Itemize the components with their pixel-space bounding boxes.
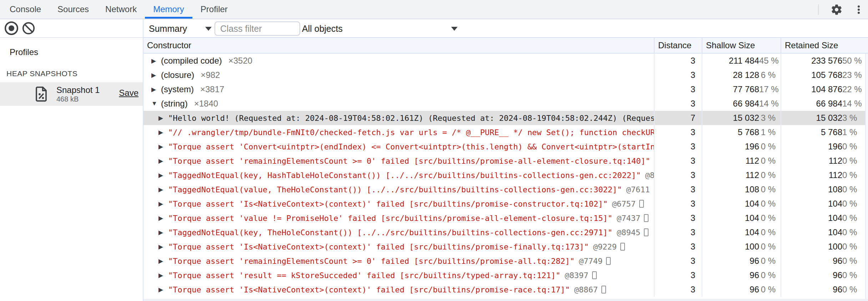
grid-row[interactable]: ▶"Torque assert 'Convert<uintptr>(endInd… (143, 139, 865, 154)
shallow-size-percent: 0 % (759, 270, 781, 280)
link-box-icon[interactable] (601, 286, 606, 293)
clear-profiles-icon[interactable] (22, 21, 35, 35)
expand-triangle-icon[interactable]: ▶ (158, 200, 166, 208)
retained-size-value: 105 768 (781, 70, 842, 80)
record-heap-snapshot-icon[interactable] (5, 21, 18, 35)
column-header-shallow-size[interactable]: Shallow Size (702, 38, 781, 53)
column-header-distance[interactable]: Distance (654, 38, 702, 53)
expand-triangle-icon[interactable]: ▶ (158, 286, 166, 293)
link-box-icon[interactable] (644, 214, 649, 222)
retained-size-percent: 0 % (842, 156, 864, 166)
grid-row[interactable]: ▶(system)×3817377 76817 %104 87622 % (143, 82, 865, 97)
shallow-size-percent: 3 % (759, 113, 781, 123)
retained-size-percent: 14 % (842, 99, 864, 109)
class-filter-input[interactable] (215, 21, 300, 36)
link-box-icon[interactable] (639, 200, 644, 208)
expand-triangle-icon[interactable]: ▶ (158, 229, 166, 236)
shallow-size-value: 66 984 (702, 99, 759, 109)
collapse-triangle-icon[interactable]: ▼ (151, 100, 158, 107)
grid-row[interactable]: ▼(string)×1840366 98414 %66 98414 % (143, 97, 865, 111)
settings-gear-icon[interactable] (830, 3, 843, 16)
constructor-cell: ▶"TaggedNotEqual(key, TheHoleConstant())… (143, 225, 654, 240)
expand-triangle-icon[interactable]: ▶ (158, 214, 166, 222)
link-box-icon[interactable] (606, 257, 611, 265)
profiles-label[interactable]: Profiles (10, 47, 143, 57)
vertical-scrollbar-gutter[interactable] (865, 54, 868, 301)
tab-console[interactable]: Console (1, 0, 49, 19)
tab-memory[interactable]: Memory (145, 0, 192, 19)
constructor-name: "Torque assert 'remainingElementsCount >… (168, 257, 575, 266)
grid-row[interactable]: ▶"TaggedNotEqual(value, TheHoleConstant(… (143, 182, 865, 197)
grid-row[interactable]: ▶"Torque assert 'Is<NativeContext>(conte… (143, 197, 865, 211)
tab-profiler[interactable]: Profiler (192, 0, 236, 19)
distance-cell: 3 (654, 97, 702, 111)
distance-cell: 3 (654, 254, 702, 268)
horizontal-scrollbar-track[interactable] (143, 299, 868, 301)
expand-triangle-icon[interactable]: ▶ (158, 243, 166, 251)
object-id: @6757 (612, 199, 636, 208)
expand-triangle-icon[interactable]: ▶ (151, 57, 158, 65)
objects-scope-value: All objects (302, 24, 343, 34)
constructor-name: "Torque assert 'Convert<uintptr>(endInde… (168, 142, 654, 151)
shallow-size-percent: 45 % (759, 56, 781, 66)
grid-row[interactable]: ▶"Torque assert 'remainingElementsCount … (143, 154, 865, 168)
object-id: @8397 (565, 271, 588, 280)
expand-triangle-icon[interactable]: ▶ (158, 257, 166, 265)
profiles-sidebar: Profiles HEAP SNAPSHOTS Snapshot 1 468 k… (0, 19, 143, 301)
grid-row[interactable]: ▶(closure)×982328 1286 %105 76823 % (143, 68, 865, 82)
grid-row[interactable]: ▶"Torque assert 'Is<NativeContext>(conte… (143, 240, 865, 254)
retained-size-percent: 0 % (842, 184, 864, 194)
grid-row[interactable]: ▶(compiled code)×35203211 48445 %233 576… (143, 54, 865, 68)
link-box-icon[interactable] (592, 271, 597, 279)
retained-size-value: 96 (781, 285, 842, 295)
expand-triangle-icon[interactable]: ▶ (151, 71, 158, 79)
grid-row[interactable]: ▶"TaggedNotEqual(key, TheHoleConstant())… (143, 225, 865, 240)
shallow-size-cell: 1040 % (702, 197, 781, 211)
tab-sources[interactable]: Sources (49, 0, 97, 19)
link-box-icon[interactable] (620, 243, 625, 251)
tab-network[interactable]: Network (97, 0, 145, 19)
expand-triangle-icon[interactable]: ▶ (158, 186, 166, 193)
shallow-size-value: 211 484 (702, 56, 759, 66)
shallow-size-percent: 17 % (759, 84, 781, 94)
constructor-cell: ▶"TaggedNotEqual(value, TheHoleConstant(… (143, 182, 654, 197)
expand-triangle-icon[interactable]: ▶ (158, 143, 166, 150)
grid-row[interactable]: ▶"// .wrangler/tmp/bundle-FmNIt0/checked… (143, 125, 865, 139)
expand-triangle-icon[interactable]: ▶ (158, 129, 166, 136)
grid-header-row: Constructor Distance Shallow Size Retain… (143, 38, 868, 54)
more-options-icon[interactable] (852, 3, 865, 16)
column-header-constructor[interactable]: Constructor (143, 38, 654, 53)
retained-size-value: 104 (781, 213, 842, 223)
objects-scope-select[interactable]: All objects (302, 19, 458, 38)
expand-triangle-icon[interactable]: ▶ (151, 86, 158, 93)
grid-row[interactable]: ▶"Hello world! (Requested at: 2024-08-19… (143, 111, 865, 125)
grid-row[interactable]: ▶"Torque assert 'Is<NativeContext>(conte… (143, 282, 865, 297)
grid-row[interactable]: ▶"TaggedNotEqual(key, HashTableHoleConst… (143, 168, 865, 182)
expand-triangle-icon[interactable]: ▶ (158, 157, 166, 165)
shallow-size-value: 77 768 (702, 84, 759, 94)
expand-triangle-icon[interactable]: ▶ (158, 172, 166, 179)
distance-cell: 3 (654, 182, 702, 197)
retained-size-cell: 1960 % (781, 139, 864, 154)
shallow-size-cell: 1040 % (702, 211, 781, 225)
save-snapshot-link[interactable]: Save (119, 88, 138, 98)
snapshot-list-item[interactable]: Snapshot 1 468 kB Save (0, 82, 143, 106)
retained-size-value: 5 768 (781, 127, 842, 137)
distance-cell: 3 (654, 197, 702, 211)
perspective-select[interactable]: Summary (149, 19, 212, 38)
column-header-retained-size[interactable]: Retained Size (781, 38, 864, 53)
shallow-size-cell: 1080 % (702, 182, 781, 197)
grid-row[interactable]: ▶"Torque assert 'result == kStoreSuccede… (143, 268, 865, 282)
grid-row[interactable]: ▶"Torque assert 'remainingElementsCount … (143, 254, 865, 268)
retained-size-percent: 3 % (842, 113, 864, 123)
distance-cell: 3 (654, 225, 702, 240)
grid-row[interactable]: ▶"Torque assert 'value != PromiseHole' f… (143, 211, 865, 225)
distance-cell: 3 (654, 240, 702, 254)
distance-cell: 3 (654, 68, 702, 82)
shallow-size-value: 96 (702, 256, 759, 266)
retained-size-percent: 0 % (842, 199, 864, 209)
expand-triangle-icon[interactable]: ▶ (158, 272, 166, 279)
retained-size-cell: 104 87622 % (781, 82, 864, 97)
expand-triangle-icon[interactable]: ▶ (158, 114, 166, 122)
link-box-icon[interactable] (644, 228, 649, 236)
